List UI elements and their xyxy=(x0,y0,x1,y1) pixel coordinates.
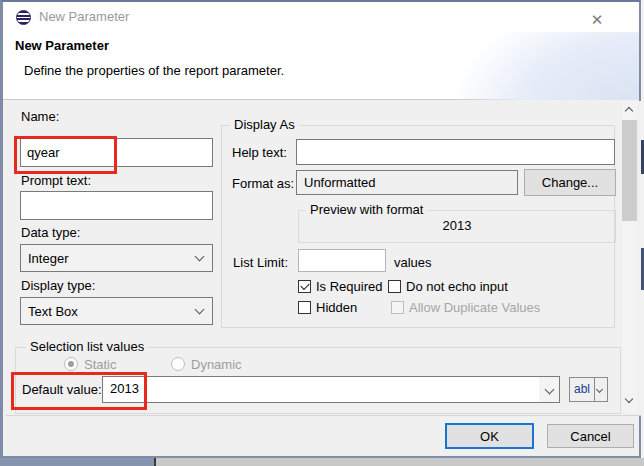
scrollbar-thumb[interactable] xyxy=(622,120,637,221)
preview-group-label: Preview with format xyxy=(306,202,427,217)
window-bottom-edge xyxy=(0,458,644,466)
name-label: Name: xyxy=(21,109,59,124)
chevron-down-icon xyxy=(596,386,603,393)
display-as-group: Display As Help text: Format as: Unforma… xyxy=(221,125,615,328)
values-label: values xyxy=(394,255,432,270)
page-description: Define the properties of the report para… xyxy=(24,63,284,78)
list-limit-input[interactable] xyxy=(298,249,386,272)
format-as-value: Unformatted xyxy=(296,170,518,195)
abl-text-icon: abl xyxy=(574,382,590,396)
dynamic-radio xyxy=(171,357,185,371)
prompt-text-input[interactable] xyxy=(20,191,213,220)
ok-button[interactable]: OK xyxy=(445,423,534,449)
display-type-value: Text Box xyxy=(28,304,78,319)
annotation-box-default-value xyxy=(11,372,147,410)
default-value-combo[interactable]: 2013 xyxy=(102,376,560,403)
list-limit-label: List Limit: xyxy=(222,255,288,270)
banner-gradient xyxy=(339,32,639,100)
display-type-label: Display type: xyxy=(21,278,95,293)
wizard-banner: New Parameter Define the properties of t… xyxy=(3,32,639,100)
combo-dropdown-zone[interactable] xyxy=(539,377,559,402)
new-parameter-dialog: New Parameter ✕ New Parameter Define the… xyxy=(0,0,641,458)
do-not-echo-input-checkbox[interactable] xyxy=(388,280,401,293)
page-title: New Parameter xyxy=(15,38,109,53)
chevron-down-icon xyxy=(195,305,205,315)
scroll-down-icon[interactable] xyxy=(625,395,633,403)
static-radio-label: Static xyxy=(84,357,117,372)
display-as-group-label: Display As xyxy=(230,117,299,132)
preview-value: 2013 xyxy=(299,218,615,233)
allow-duplicate-values-checkbox xyxy=(391,301,404,314)
scroll-up-icon[interactable] xyxy=(625,107,633,115)
prompt-text-label: Prompt text: xyxy=(21,173,91,188)
is-required-label: Is Required xyxy=(316,279,382,294)
title-bar[interactable]: New Parameter ✕ xyxy=(3,2,639,32)
annotation-box-name xyxy=(14,136,117,174)
selection-group-label: Selection list values xyxy=(26,339,148,354)
chevron-down-icon xyxy=(545,385,555,395)
dynamic-radio-label: Dynamic xyxy=(191,357,242,372)
display-type-select[interactable]: Text Box xyxy=(20,297,213,325)
chevron-down-icon xyxy=(195,252,205,262)
do-not-echo-input-label: Do not echo input xyxy=(406,279,508,294)
data-type-value: Integer xyxy=(28,251,68,266)
preview-with-format-group: Preview with format 2013 xyxy=(298,210,616,243)
allow-duplicate-values-label: Allow Duplicate Values xyxy=(409,300,540,315)
static-radio xyxy=(64,357,78,371)
is-required-checkbox[interactable] xyxy=(298,280,311,293)
change-button[interactable]: Change... xyxy=(524,169,616,196)
data-type-select[interactable]: Integer xyxy=(20,244,213,272)
footer-divider xyxy=(6,415,642,416)
hidden-checkbox[interactable] xyxy=(298,301,311,314)
vertical-scrollbar[interactable] xyxy=(622,102,637,412)
hidden-label: Hidden xyxy=(316,300,357,315)
cancel-button[interactable]: Cancel xyxy=(547,424,634,448)
window-title: New Parameter xyxy=(39,9,129,24)
data-type-label: Data type: xyxy=(21,225,80,240)
close-icon[interactable]: ✕ xyxy=(586,10,608,30)
format-as-label: Format as: xyxy=(232,176,294,191)
help-text-label: Help text: xyxy=(232,145,287,160)
text-editor-split-button[interactable]: abl xyxy=(569,377,608,402)
split-button-divider xyxy=(594,378,595,401)
help-text-input[interactable] xyxy=(296,139,615,165)
eclipse-logo-icon xyxy=(16,10,31,25)
